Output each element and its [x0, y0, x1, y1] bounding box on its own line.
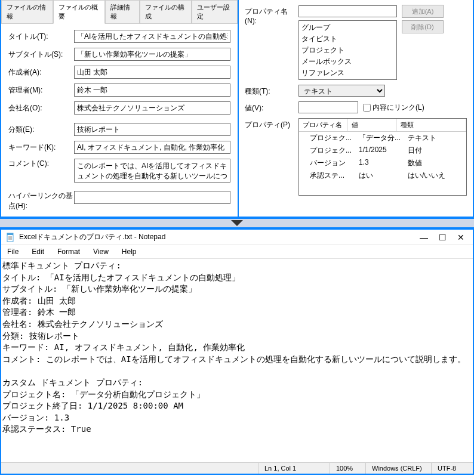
- category-label: 分類(E):: [8, 125, 74, 135]
- propname-input[interactable]: [298, 5, 397, 17]
- keywords-input[interactable]: [74, 141, 230, 154]
- propname-label: プロパティ名(N):: [245, 5, 298, 25]
- subtitle-label: サブタイトル(S):: [8, 50, 74, 60]
- value-label: 値(V):: [245, 101, 298, 113]
- manager-input[interactable]: [74, 84, 230, 97]
- menu-help[interactable]: Help: [119, 246, 139, 257]
- properties-dialog: ファイルの情報 ファイルの概要 詳細情報 ファイルの構成 ユーザー設定 タイトル…: [0, 0, 474, 218]
- th-type: 種類: [397, 119, 466, 131]
- tab-bar: ファイルの情報 ファイルの概要 詳細情報 ファイルの構成 ユーザー設定: [1, 0, 238, 24]
- author-input[interactable]: [74, 66, 230, 79]
- table-row[interactable]: バージョン1.3数値: [299, 157, 466, 169]
- maximize-button[interactable]: ☐: [439, 233, 447, 242]
- hyperlink-label: ハイパーリンクの基点(H):: [8, 191, 74, 211]
- tab-user-settings[interactable]: ユーザー設定: [192, 0, 238, 23]
- category-input[interactable]: [74, 123, 230, 136]
- tab-file-summary[interactable]: ファイルの概要: [53, 0, 105, 24]
- status-position: Ln 1, Col 1: [258, 463, 330, 474]
- property-table[interactable]: プロパティ名 値 種類 プロジェク...「データ分...テキスト プロジェク..…: [298, 118, 467, 196]
- link-content-checkbox[interactable]: 内容にリンク(L): [363, 103, 424, 113]
- notepad-window: Excelドキュメントのプロパティ.txt - Notepad — ☐ ✕ Fi…: [0, 228, 474, 475]
- svg-marker-0: [231, 220, 243, 226]
- manager-label: 管理者(M):: [8, 85, 74, 95]
- property-label: プロパティ(P): [245, 118, 298, 130]
- statusbar: Ln 1, Col 1 100% Windows (CRLF) UTF-8: [1, 462, 473, 474]
- propname-listbox[interactable]: グループ タイピスト プロジェクト メールボックス リファレンス リンク元: [298, 20, 397, 80]
- tab-file-info[interactable]: ファイルの情報: [1, 0, 53, 23]
- status-encoding: UTF-8: [431, 463, 473, 474]
- summary-form: タイトル(T): サブタイトル(S): 作成者(A): 管理者(M): 会社名(…: [1, 24, 238, 222]
- th-value: 値: [348, 119, 397, 131]
- table-header: プロパティ名 値 種類: [299, 119, 466, 132]
- status-zoom: 100%: [330, 463, 365, 474]
- title-input[interactable]: [74, 30, 230, 43]
- svg-rect-2: [7, 233, 13, 235]
- list-item[interactable]: プロジェクト: [300, 45, 395, 56]
- table-row[interactable]: プロジェク...1/1/2025日付: [299, 144, 466, 157]
- list-item[interactable]: リンク元: [300, 79, 395, 80]
- notepad-textarea[interactable]: 標準ドキュメント プロパティ: タイトル: 「AIを活用したオフィスドキュメント…: [1, 259, 473, 462]
- keywords-label: キーワード(K):: [8, 143, 74, 153]
- list-item[interactable]: タイピスト: [300, 33, 395, 45]
- table-row[interactable]: プロジェク...「データ分...テキスト: [299, 132, 466, 144]
- list-item[interactable]: リファレンス: [300, 67, 395, 79]
- close-button[interactable]: ✕: [457, 233, 464, 242]
- delete-button[interactable]: 削除(D): [402, 20, 444, 33]
- link-content-label: 内容にリンク(L): [373, 103, 424, 113]
- add-button[interactable]: 追加(A): [402, 5, 444, 18]
- company-label: 会社名(O):: [8, 103, 74, 113]
- status-eol: Windows (CRLF): [365, 463, 431, 474]
- titlebar[interactable]: Excelドキュメントのプロパティ.txt - Notepad — ☐ ✕: [1, 230, 473, 245]
- menu-format[interactable]: Format: [55, 246, 82, 257]
- hyperlink-input[interactable]: [74, 191, 230, 204]
- menu-view[interactable]: View: [91, 246, 111, 257]
- company-input[interactable]: [74, 101, 230, 115]
- notepad-icon: [6, 233, 16, 242]
- value-input[interactable]: [298, 101, 358, 113]
- left-panel: ファイルの情報 ファイルの概要 詳細情報 ファイルの構成 ユーザー設定 タイトル…: [1, 0, 239, 217]
- list-item[interactable]: グループ: [300, 22, 395, 33]
- link-content-check[interactable]: [363, 104, 371, 112]
- tab-file-structure[interactable]: ファイルの構成: [140, 0, 192, 23]
- title-label: タイトル(T):: [8, 32, 74, 42]
- author-label: 作成者(A):: [8, 67, 74, 78]
- type-select[interactable]: テキスト: [298, 85, 385, 97]
- menu-file[interactable]: File: [5, 246, 21, 257]
- minimize-button[interactable]: —: [420, 233, 428, 242]
- menubar: File Edit Format View Help: [1, 245, 473, 259]
- type-label: 種類(T):: [245, 85, 298, 97]
- menu-edit[interactable]: Edit: [29, 246, 47, 257]
- comment-label: コメント(C):: [8, 159, 74, 169]
- subtitle-input[interactable]: [74, 48, 230, 61]
- custom-properties-panel: プロパティ名(N): 追加(A) グループ タイピスト プロジェクト メールボッ…: [239, 0, 473, 217]
- down-arrow-icon: [230, 219, 244, 227]
- comment-input[interactable]: このレポートでは、AIを活用してオフィスドキュメントの処理を自動化する新しいツー…: [74, 159, 230, 183]
- tab-details[interactable]: 詳細情報: [105, 0, 139, 23]
- window-title: Excelドキュメントのプロパティ.txt - Notepad: [19, 232, 420, 242]
- list-item[interactable]: メールボックス: [300, 56, 395, 67]
- th-name: プロパティ名: [299, 119, 348, 131]
- table-row[interactable]: 承認ステ...はいはい/いいえ: [299, 169, 466, 182]
